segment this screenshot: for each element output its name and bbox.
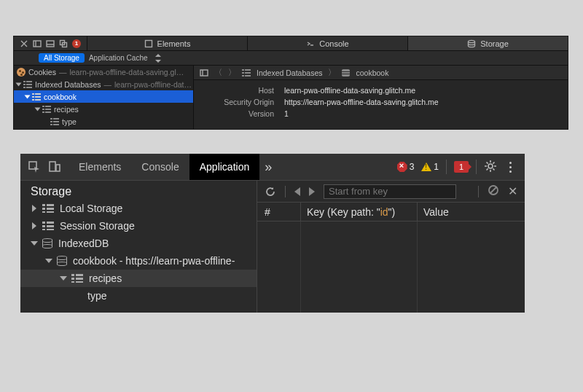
popout-icon[interactable] xyxy=(59,39,68,48)
inspect-icon[interactable] xyxy=(28,160,41,173)
tree-store-label: recipes xyxy=(54,105,79,114)
chrome-devtools-panel: Elements Console Application » 3 1 1 Sto… xyxy=(20,154,525,313)
database-icon xyxy=(342,69,350,77)
close-icon[interactable]: ✕ xyxy=(508,184,517,198)
tree-db-cookbook[interactable]: cookbook - https://learn-pwa-offline- xyxy=(20,252,257,270)
chrome-tab-bar: Elements Console Application » 3 1 1 xyxy=(20,154,525,180)
tree-cookies[interactable]: Cookies — learn-pwa-offline-data-saving.… xyxy=(14,66,193,78)
svg-point-10 xyxy=(488,164,493,168)
safari-db-details: Host learn-pwa-offline-data-saving.glitc… xyxy=(194,80,568,124)
filter-all-storage[interactable]: All Storage xyxy=(39,53,85,63)
svg-rect-8 xyxy=(50,162,55,171)
dock-bottom-icon[interactable] xyxy=(46,39,55,48)
divider xyxy=(478,186,479,197)
svg-rect-6 xyxy=(200,70,208,76)
errors-badge[interactable]: 3 xyxy=(397,162,415,172)
tree-idb-host: learn-pwa-offline-dat… xyxy=(114,80,192,89)
tab-elements[interactable]: Elements xyxy=(87,36,248,50)
database-icon xyxy=(57,256,67,266)
error-badge[interactable]: 1 xyxy=(72,39,81,48)
dock-side-icon[interactable] xyxy=(33,39,42,48)
filter-application-cache[interactable]: Application Cache xyxy=(89,54,148,62)
tab-storage[interactable]: Storage xyxy=(408,36,568,50)
divider xyxy=(285,186,286,197)
chrome-data-pane: ✕ # Key (Key path: "id") Value xyxy=(257,181,525,313)
nav-back-icon[interactable]: 〈 xyxy=(214,68,222,78)
start-from-key-input[interactable] xyxy=(324,184,456,199)
tree-db-cookbook[interactable]: cookbook xyxy=(14,90,193,103)
tab-elements-label: Elements xyxy=(157,39,191,48)
svg-rect-4 xyxy=(145,40,152,47)
tree-index-type[interactable]: type xyxy=(20,287,257,305)
table-icon xyxy=(42,222,54,230)
crumb-idb[interactable]: Indexed Databases xyxy=(257,68,322,77)
detail-origin-key: Security Origin xyxy=(194,98,274,106)
disclosure-triangle-icon xyxy=(60,276,67,281)
issues-badge[interactable]: 1 xyxy=(454,161,469,173)
tree-indexed-databases[interactable]: Indexed Databases — learn-pwa-offline-da… xyxy=(14,78,193,90)
storage-icon xyxy=(467,39,476,48)
table-icon xyxy=(71,274,83,283)
errors-count: 3 xyxy=(410,162,415,172)
tree-cookies-host: learn-pwa-offline-data-saving.gl… xyxy=(69,68,184,77)
disclosure-triangle-icon xyxy=(31,241,38,246)
col-number[interactable]: # xyxy=(257,203,301,221)
more-tabs-icon[interactable]: » xyxy=(259,160,277,175)
divider xyxy=(476,160,477,174)
tree-index-label: type xyxy=(62,117,77,126)
tab-elements[interactable]: Elements xyxy=(69,154,131,180)
key-path-value: id xyxy=(380,206,388,218)
filter-sort-icon[interactable] xyxy=(155,54,161,63)
more-menu-icon[interactable] xyxy=(504,162,516,173)
disclosure-triangle-icon xyxy=(16,82,22,86)
tree-indexeddb[interactable]: IndexedDB xyxy=(20,235,257,252)
clear-icon[interactable] xyxy=(488,184,499,198)
safari-window-controls[interactable]: 1 xyxy=(14,36,87,50)
crumb-db[interactable]: cookbook xyxy=(356,68,388,77)
device-toggle-icon[interactable] xyxy=(48,160,61,173)
safari-detail-pane: 〈 〉 Indexed Databases 〉 cookbook Host le… xyxy=(194,66,568,129)
disclosure-triangle-icon xyxy=(45,259,52,263)
prev-page-icon[interactable] xyxy=(294,187,300,196)
folder-icon xyxy=(242,69,251,77)
next-page-icon[interactable] xyxy=(309,187,315,196)
tab-console[interactable]: Console xyxy=(248,36,408,50)
tree-local-storage[interactable]: Local Storage xyxy=(20,200,257,217)
tree-index-label: type xyxy=(87,290,106,302)
nav-forward-icon[interactable]: 〉 xyxy=(228,68,236,78)
tree-db-label: cookbook xyxy=(44,93,77,101)
tree-store-recipes[interactable]: recipes xyxy=(14,103,193,115)
chrome-data-grid[interactable] xyxy=(257,222,525,313)
tab-application[interactable]: Application xyxy=(189,154,260,180)
sidebar-toggle-icon[interactable] xyxy=(200,68,208,77)
table-icon xyxy=(42,204,54,213)
cookie-icon xyxy=(17,68,26,77)
col-value[interactable]: Value xyxy=(418,206,525,218)
col-key[interactable]: Key (Key path: "id") xyxy=(301,203,418,221)
svg-rect-9 xyxy=(56,165,60,171)
tree-store-recipes[interactable]: recipes xyxy=(20,270,257,287)
warnings-count: 1 xyxy=(434,162,439,172)
safari-storage-tree: Cookies — learn-pwa-offline-data-saving.… xyxy=(14,66,194,129)
tree-index-type[interactable]: type xyxy=(14,115,193,128)
chrome-data-columns: # Key (Key path: "id") Value xyxy=(257,203,525,222)
divider xyxy=(446,160,447,174)
disclosure-triangle-icon xyxy=(35,107,41,111)
refresh-icon[interactable] xyxy=(265,186,276,197)
storage-section-title: Storage xyxy=(20,181,257,200)
gear-icon xyxy=(484,160,497,173)
tab-console[interactable]: Console xyxy=(131,154,189,180)
settings-button[interactable] xyxy=(484,160,497,175)
tree-indexeddb-label: IndexedDB xyxy=(58,238,109,249)
console-icon xyxy=(306,39,315,48)
table-icon xyxy=(50,118,59,125)
svg-point-5 xyxy=(469,40,475,42)
disclosure-triangle-icon xyxy=(25,95,31,98)
svg-rect-0 xyxy=(34,41,41,47)
close-icon[interactable] xyxy=(20,39,28,48)
chrome-storage-tree: Storage Local Storage Session Storage In… xyxy=(20,181,257,313)
tree-store-label: recipes xyxy=(89,273,122,284)
warnings-badge[interactable]: 1 xyxy=(421,162,439,172)
elements-icon xyxy=(144,39,153,48)
tree-session-storage[interactable]: Session Storage xyxy=(20,217,257,235)
